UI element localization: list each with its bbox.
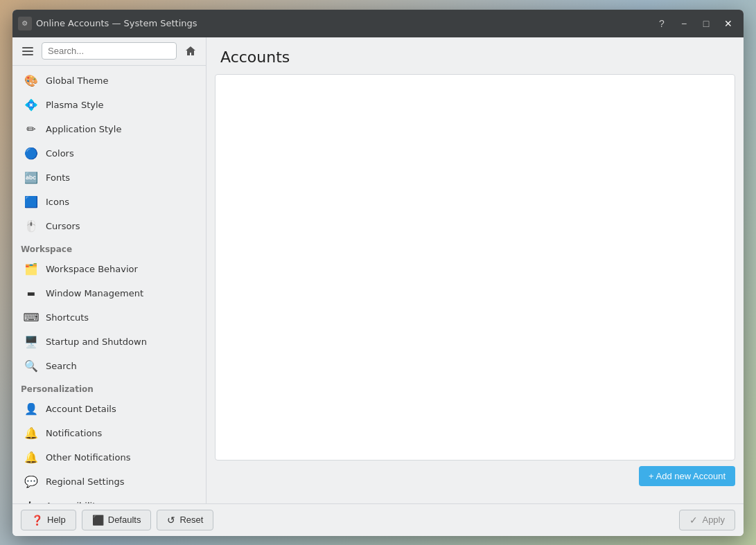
window-management-icon: ▬ <box>24 286 39 301</box>
hamburger-line-2 <box>22 51 33 52</box>
maximize-button[interactable]: □ <box>696 15 716 33</box>
sidebar-item-fonts[interactable]: 🔤 Fonts <box>15 166 203 190</box>
panel-body: + Add new Account <box>206 74 744 503</box>
app-icon: ⚙ <box>18 17 32 30</box>
sidebar-item-application-style[interactable]: ✏️ Application Style <box>15 118 203 141</box>
hamburger-line-1 <box>22 47 33 48</box>
apply-icon: ✓ <box>689 515 698 526</box>
notifications-icon: 🔔 <box>24 426 39 441</box>
colors-icon: 🔵 <box>24 146 39 161</box>
sidebar-item-label: Application Style <box>46 124 121 134</box>
search-input[interactable] <box>42 42 177 60</box>
startup-shutdown-icon: 🖥️ <box>24 334 39 350</box>
other-notifications-icon: 🔔 <box>24 450 39 465</box>
defaults-button[interactable]: ⬛ Defaults <box>82 510 152 530</box>
sidebar-item-accessibility[interactable]: ♿ Accessibility <box>15 494 203 503</box>
sidebar-item-label: Fonts <box>46 172 70 183</box>
sidebar: 🎨 Global Theme 💠 Plasma Style ✏️ Applica… <box>12 37 206 503</box>
sidebar-item-global-theme[interactable]: 🎨 Global Theme <box>15 69 203 93</box>
sidebar-item-label: Startup and Shutdown <box>46 337 147 347</box>
shortcuts-icon: ⌨️ <box>24 310 39 325</box>
sidebar-item-plasma-style[interactable]: 💠 Plasma Style <box>15 93 203 117</box>
icons-icon: 🟦 <box>24 195 39 210</box>
sidebar-item-label: Other Notifications <box>46 452 130 463</box>
regional-settings-icon: 💬 <box>24 474 39 490</box>
sidebar-item-search[interactable]: 🔍 Search <box>15 355 203 378</box>
sidebar-scroll: 🎨 Global Theme 💠 Plasma Style ✏️ Applica… <box>12 66 206 503</box>
sidebar-item-label: Shortcuts <box>46 312 89 323</box>
personalization-section-header: Personalization <box>12 379 206 397</box>
fonts-icon: 🔤 <box>24 170 39 186</box>
help-icon: ❓ <box>31 515 43 526</box>
close-button[interactable]: ✕ <box>719 15 738 33</box>
window-title: Online Accounts — System Settings <box>36 18 197 28</box>
sidebar-item-label: Icons <box>46 197 69 207</box>
defaults-label: Defaults <box>108 515 141 525</box>
sidebar-item-shortcuts[interactable]: ⌨️ Shortcuts <box>15 306 203 330</box>
add-account-button[interactable]: + Add new Account <box>639 466 735 486</box>
sidebar-item-startup-shutdown[interactable]: 🖥️ Startup and Shutdown <box>15 330 203 354</box>
sidebar-item-colors[interactable]: 🔵 Colors <box>15 142 203 166</box>
sidebar-item-label: Global Theme <box>46 75 108 86</box>
plasma-style-icon: 💠 <box>24 98 39 113</box>
account-details-icon: 👤 <box>24 402 39 417</box>
sidebar-item-label: Regional Settings <box>46 476 125 487</box>
home-button[interactable] <box>181 42 200 61</box>
sidebar-item-regional-settings[interactable]: 💬 Regional Settings <box>15 470 203 494</box>
titlebar: ⚙ Online Accounts — System Settings ? − … <box>12 10 744 37</box>
sidebar-item-icons[interactable]: 🟦 Icons <box>15 190 203 214</box>
right-panel: Accounts + Add new Account <box>206 37 744 503</box>
sidebar-item-label: Search <box>46 361 77 371</box>
accounts-area <box>215 74 735 461</box>
sidebar-item-label: Colors <box>46 148 74 159</box>
workspace-behavior-icon: 🗂️ <box>24 262 39 277</box>
menu-button[interactable] <box>18 42 37 61</box>
sidebar-toolbar <box>12 37 206 66</box>
application-style-icon: ✏️ <box>24 122 39 137</box>
sidebar-item-label: Account Details <box>46 404 116 414</box>
hamburger-line-3 <box>22 54 33 55</box>
reset-button[interactable]: ↺ Reset <box>157 510 213 530</box>
help-button[interactable]: ❓ Help <box>21 510 76 530</box>
apply-label: Apply <box>702 515 725 525</box>
sidebar-item-label: Notifications <box>46 428 102 438</box>
titlebar-controls: ? − □ ✕ <box>652 15 738 33</box>
workspace-section-header: Workspace <box>12 239 206 257</box>
accessibility-icon: ♿ <box>24 499 39 503</box>
bottom-bar: ❓ Help ⬛ Defaults ↺ Reset ✓ Apply <box>12 503 744 536</box>
sidebar-item-label: Workspace Behavior <box>46 264 138 274</box>
titlebar-left: ⚙ Online Accounts — System Settings <box>18 17 197 30</box>
sidebar-item-account-details[interactable]: 👤 Account Details <box>15 397 203 421</box>
sidebar-item-workspace-behavior[interactable]: 🗂️ Workspace Behavior <box>15 258 203 281</box>
search-icon: 🔍 <box>24 359 39 374</box>
cursors-icon: 🖱️ <box>24 219 39 234</box>
panel-header: Accounts <box>206 37 744 74</box>
global-theme-icon: 🎨 <box>24 73 39 89</box>
help-button[interactable]: ? <box>652 15 671 33</box>
sidebar-item-window-management[interactable]: ▬ Window Management <box>15 282 203 305</box>
sidebar-item-label: Window Management <box>46 288 143 298</box>
sidebar-item-notifications[interactable]: 🔔 Notifications <box>15 422 203 445</box>
main-window: ⚙ Online Accounts — System Settings ? − … <box>12 10 744 536</box>
panel-title: Accounts <box>220 48 730 66</box>
reset-icon: ↺ <box>167 515 175 526</box>
apply-button[interactable]: ✓ Apply <box>679 510 735 530</box>
sidebar-item-label: Plasma Style <box>46 100 104 110</box>
reset-label: Reset <box>179 515 203 525</box>
sidebar-item-cursors[interactable]: 🖱️ Cursors <box>15 215 203 238</box>
defaults-icon: ⬛ <box>92 515 104 526</box>
main-content: 🎨 Global Theme 💠 Plasma Style ✏️ Applica… <box>12 37 744 503</box>
sidebar-item-other-notifications[interactable]: 🔔 Other Notifications <box>15 446 203 470</box>
help-label: Help <box>47 515 66 525</box>
minimize-button[interactable]: − <box>674 15 694 33</box>
bottom-left-buttons: ❓ Help ⬛ Defaults ↺ Reset <box>21 510 213 530</box>
add-account-bar: + Add new Account <box>215 461 735 489</box>
sidebar-item-label: Cursors <box>46 221 80 231</box>
